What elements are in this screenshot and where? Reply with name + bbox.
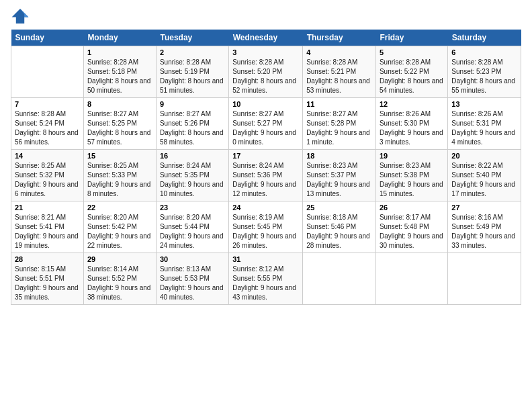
calendar-cell: 27 Sunrise: 8:16 AMSunset: 5:49 PMDaylig… [448, 201, 521, 253]
cell-info: Sunrise: 8:14 AMSunset: 5:52 PMDaylight:… [87, 265, 151, 301]
day-number: 28 [15, 255, 80, 263]
day-header-monday: Monday [83, 30, 156, 46]
calendar-header-row: SundayMondayTuesdayWednesdayThursdayFrid… [11, 30, 521, 46]
day-number: 8 [87, 100, 152, 108]
day-number: 2 [160, 48, 225, 56]
calendar-cell: 28 Sunrise: 8:15 AMSunset: 5:51 PMDaylig… [11, 253, 84, 305]
day-number: 26 [380, 203, 444, 212]
week-row-3: 14 Sunrise: 8:25 AMSunset: 5:32 PMDaylig… [11, 150, 521, 201]
calendar-cell [11, 46, 84, 98]
week-row-2: 7 Sunrise: 8:28 AMSunset: 5:24 PMDayligh… [11, 98, 521, 150]
calendar-body: 1 Sunrise: 8:28 AMSunset: 5:18 PMDayligh… [11, 46, 521, 305]
day-header-tuesday: Tuesday [156, 30, 228, 46]
day-number: 12 [380, 100, 444, 108]
cell-info: Sunrise: 8:28 AMSunset: 5:24 PMDaylight:… [15, 110, 79, 146]
cell-info: Sunrise: 8:24 AMSunset: 5:36 PMDaylight:… [232, 162, 296, 197]
calendar-cell: 23 Sunrise: 8:20 AMSunset: 5:44 PMDaylig… [156, 201, 228, 253]
calendar-cell: 25 Sunrise: 8:18 AMSunset: 5:46 PMDaylig… [303, 201, 376, 253]
calendar-cell [448, 253, 521, 305]
calendar-cell: 7 Sunrise: 8:28 AMSunset: 5:24 PMDayligh… [11, 98, 84, 150]
calendar-cell: 21 Sunrise: 8:21 AMSunset: 5:41 PMDaylig… [11, 201, 84, 253]
cell-info: Sunrise: 8:17 AMSunset: 5:48 PMDaylight:… [380, 214, 443, 249]
calendar-cell: 29 Sunrise: 8:14 AMSunset: 5:52 PMDaylig… [83, 253, 156, 305]
day-number: 31 [232, 255, 299, 263]
calendar-cell: 16 Sunrise: 8:24 AMSunset: 5:35 PMDaylig… [156, 150, 228, 201]
cell-info: Sunrise: 8:25 AMSunset: 5:32 PMDaylight:… [15, 162, 79, 197]
calendar-cell: 26 Sunrise: 8:17 AMSunset: 5:48 PMDaylig… [375, 201, 447, 253]
page: SundayMondayTuesdayWednesdayThursdayFrid… [0, 0, 532, 411]
cell-info: Sunrise: 8:23 AMSunset: 5:38 PMDaylight:… [380, 162, 443, 197]
calendar-cell: 14 Sunrise: 8:25 AMSunset: 5:32 PMDaylig… [11, 150, 84, 201]
calendar-cell: 12 Sunrise: 8:26 AMSunset: 5:30 PMDaylig… [375, 98, 447, 150]
calendar-cell: 30 Sunrise: 8:13 AMSunset: 5:53 PMDaylig… [156, 253, 228, 305]
cell-info: Sunrise: 8:22 AMSunset: 5:40 PMDaylight:… [451, 162, 515, 197]
day-number: 4 [306, 48, 372, 56]
cell-info: Sunrise: 8:23 AMSunset: 5:37 PMDaylight:… [306, 162, 370, 197]
day-number: 29 [87, 255, 152, 263]
week-row-4: 21 Sunrise: 8:21 AMSunset: 5:41 PMDaylig… [11, 201, 521, 253]
cell-info: Sunrise: 8:27 AMSunset: 5:28 PMDaylight:… [306, 110, 370, 146]
cell-info: Sunrise: 8:21 AMSunset: 5:41 PMDaylight:… [15, 214, 79, 249]
day-number: 18 [306, 152, 372, 160]
calendar-cell: 13 Sunrise: 8:26 AMSunset: 5:31 PMDaylig… [448, 98, 521, 150]
header [11, 7, 521, 26]
day-number: 23 [160, 203, 225, 212]
cell-info: Sunrise: 8:28 AMSunset: 5:19 PMDaylight:… [160, 58, 224, 94]
calendar-cell: 31 Sunrise: 8:12 AMSunset: 5:55 PMDaylig… [229, 253, 303, 305]
day-header-friday: Friday [375, 30, 447, 46]
calendar-cell: 9 Sunrise: 8:27 AMSunset: 5:26 PMDayligh… [156, 98, 228, 150]
day-number: 14 [15, 152, 80, 160]
calendar-cell: 10 Sunrise: 8:27 AMSunset: 5:27 PMDaylig… [229, 98, 303, 150]
day-number: 10 [232, 100, 299, 108]
cell-info: Sunrise: 8:24 AMSunset: 5:35 PMDaylight:… [160, 162, 224, 197]
cell-info: Sunrise: 8:25 AMSunset: 5:33 PMDaylight:… [87, 162, 151, 197]
day-header-thursday: Thursday [303, 30, 376, 46]
calendar-cell: 24 Sunrise: 8:19 AMSunset: 5:45 PMDaylig… [229, 201, 303, 253]
cell-info: Sunrise: 8:19 AMSunset: 5:45 PMDaylight:… [232, 214, 296, 249]
calendar-cell: 19 Sunrise: 8:23 AMSunset: 5:38 PMDaylig… [375, 150, 447, 201]
day-number: 21 [15, 203, 80, 212]
cell-info: Sunrise: 8:28 AMSunset: 5:22 PMDaylight:… [380, 58, 443, 94]
calendar-cell: 4 Sunrise: 8:28 AMSunset: 5:21 PMDayligh… [303, 46, 376, 98]
day-number: 16 [160, 152, 225, 160]
calendar-cell: 17 Sunrise: 8:24 AMSunset: 5:36 PMDaylig… [229, 150, 303, 201]
day-number: 11 [306, 100, 372, 108]
day-number: 22 [87, 203, 152, 212]
cell-info: Sunrise: 8:28 AMSunset: 5:21 PMDaylight:… [306, 58, 370, 94]
day-number: 17 [232, 152, 299, 160]
day-number: 7 [15, 100, 80, 108]
logo-icon [11, 7, 30, 26]
week-row-1: 1 Sunrise: 8:28 AMSunset: 5:18 PMDayligh… [11, 46, 521, 98]
cell-info: Sunrise: 8:20 AMSunset: 5:42 PMDaylight:… [87, 214, 151, 249]
day-header-wednesday: Wednesday [229, 30, 303, 46]
cell-info: Sunrise: 8:28 AMSunset: 5:18 PMDaylight:… [87, 58, 151, 94]
calendar-cell [375, 253, 447, 305]
calendar-cell: 22 Sunrise: 8:20 AMSunset: 5:42 PMDaylig… [83, 201, 156, 253]
cell-info: Sunrise: 8:26 AMSunset: 5:30 PMDaylight:… [380, 110, 443, 146]
calendar-cell: 18 Sunrise: 8:23 AMSunset: 5:37 PMDaylig… [303, 150, 376, 201]
calendar-cell: 8 Sunrise: 8:27 AMSunset: 5:25 PMDayligh… [83, 98, 156, 150]
cell-info: Sunrise: 8:26 AMSunset: 5:31 PMDaylight:… [451, 110, 515, 146]
cell-info: Sunrise: 8:13 AMSunset: 5:53 PMDaylight:… [160, 265, 224, 301]
cell-info: Sunrise: 8:27 AMSunset: 5:25 PMDaylight:… [87, 110, 151, 146]
cell-info: Sunrise: 8:27 AMSunset: 5:26 PMDaylight:… [160, 110, 224, 146]
calendar-cell: 15 Sunrise: 8:25 AMSunset: 5:33 PMDaylig… [83, 150, 156, 201]
calendar-table: SundayMondayTuesdayWednesdayThursdayFrid… [11, 30, 521, 305]
calendar-cell: 11 Sunrise: 8:27 AMSunset: 5:28 PMDaylig… [303, 98, 376, 150]
calendar-cell: 6 Sunrise: 8:28 AMSunset: 5:23 PMDayligh… [448, 46, 521, 98]
day-number: 9 [160, 100, 225, 108]
day-number: 1 [87, 48, 152, 56]
cell-info: Sunrise: 8:28 AMSunset: 5:20 PMDaylight:… [232, 58, 296, 94]
calendar-cell: 5 Sunrise: 8:28 AMSunset: 5:22 PMDayligh… [375, 46, 447, 98]
cell-info: Sunrise: 8:27 AMSunset: 5:27 PMDaylight:… [232, 110, 296, 146]
calendar-cell: 3 Sunrise: 8:28 AMSunset: 5:20 PMDayligh… [229, 46, 303, 98]
calendar-cell: 20 Sunrise: 8:22 AMSunset: 5:40 PMDaylig… [448, 150, 521, 201]
week-row-5: 28 Sunrise: 8:15 AMSunset: 5:51 PMDaylig… [11, 253, 521, 305]
day-number: 25 [306, 203, 372, 212]
day-number: 13 [451, 100, 517, 108]
cell-info: Sunrise: 8:20 AMSunset: 5:44 PMDaylight:… [160, 214, 224, 249]
day-number: 3 [232, 48, 299, 56]
cell-info: Sunrise: 8:18 AMSunset: 5:46 PMDaylight:… [306, 214, 370, 249]
day-header-saturday: Saturday [448, 30, 521, 46]
day-number: 20 [451, 152, 517, 160]
